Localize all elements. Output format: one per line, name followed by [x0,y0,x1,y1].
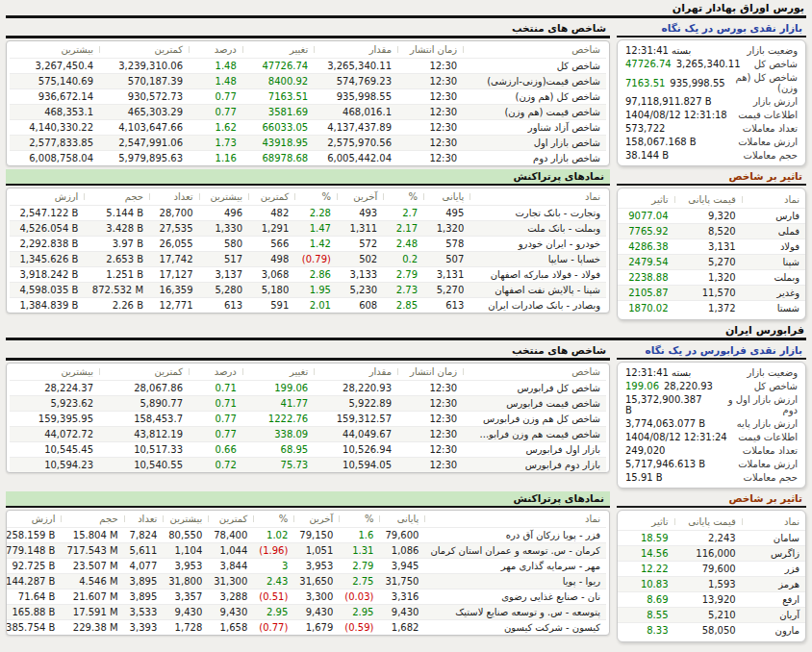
column-header[interactable]: زمان انتشار [397,364,463,381]
value-cell: 5,611 [124,543,164,559]
symbol-cell: وبصادر - بانک صادرات ایران [469,298,606,313]
table-row[interactable]: هرمز1,59310.83 [618,577,805,592]
column-header[interactable]: تعداد [149,188,199,206]
table-row[interactable]: ریوا - پویا31,7502.7531,6502.4331,30031,… [6,574,606,589]
table-row[interactable]: نان - صنایع غذایی رضوی3,316(0.03)3,300(0… [6,589,606,605]
column-header[interactable]: مقدار [314,364,397,381]
column-header[interactable]: درصد [189,364,242,381]
table-row[interactable]: فملی8,5207765.92 [618,224,805,239]
value-cell: 116,000 [674,546,742,562]
table-row[interactable]: وتجارت - بانک تجارت4952.74932.2848249628… [10,206,606,221]
symbol-cell: بازار دوم فرابورس [463,458,606,473]
table-row[interactable]: مهر - سرمایه گذاری مهر3,9452.793,95333,8… [6,559,606,574]
column-header[interactable]: پایانی [379,511,424,528]
table-row[interactable]: شستا1,3721870.02 [618,301,805,316]
column-header[interactable]: % [339,511,379,528]
column-header[interactable]: نماد [742,191,805,209]
column-header[interactable]: % [253,511,293,528]
table-row[interactable]: فولاد3,1314286.38 [618,239,805,255]
column-header[interactable]: آخرین [293,511,339,528]
column-header[interactable]: کمترین [99,364,189,381]
table-row[interactable]: وبملت - بانک ملت1,3202.171,3111.471,2911… [10,221,606,237]
column-header[interactable]: بیشترین [10,364,99,381]
column-header[interactable]: نماد [742,514,805,531]
value-cell: 935,998.55 [314,89,397,105]
info-value: 15,372,900.387 B [625,394,711,415]
value-cell: 10,517.33 [99,442,189,458]
column-header[interactable]: مقدار [314,41,397,59]
header-row: نمادپایانی%آخرین%کمترینبیشترینتعدادحجمار… [6,511,606,528]
table-row[interactable]: شاخص کل12:303,265,340.1147726.741.483,23… [10,59,606,74]
farabourse-active-table-wrap: نمادپایانی%آخرین%کمترینبیشترینتعدادحجمار… [6,510,610,636]
column-header[interactable]: تغییر [242,41,314,59]
table-row[interactable]: شاخص بازار اول12:302,575,970.5643918.951… [10,136,606,151]
table-row[interactable]: پتوسعه - س. و توسعه صنایع لاستیک9,4302.9… [6,605,606,620]
column-header[interactable]: شاخص [463,364,606,381]
table-row[interactable]: فزر - پویا زرکان آق دره79,6001.679,1501.… [6,528,606,543]
column-header[interactable]: بیشترین [10,41,99,59]
column-header[interactable]: حجم [61,511,123,528]
column-header[interactable]: حجم [84,188,149,206]
column-header[interactable]: نماد [469,188,606,206]
value-cell: 2.95 [253,605,293,620]
table-row[interactable]: فولاد - فولاد مبارکه اصفهان3,1312.793,13… [10,267,606,283]
table-row[interactable]: شاخص قیمت(وزنی-ارزشی)12:30574,769.238400… [10,74,606,89]
table-row[interactable]: وبصادر - بانک صادرات ایران6132.856082.01… [10,298,606,313]
column-header[interactable]: کمترین [208,511,253,528]
table-row[interactable]: شاخص قیمت هم وزن فرابو...12:3044,049.673… [10,427,606,442]
table-row[interactable]: بازار اول فرابورس12:3010,526.9468.950.66… [10,442,606,458]
table-row[interactable]: فزر79,60012.22 [618,562,805,577]
column-header[interactable]: تاثیر [618,191,674,209]
table-row[interactable]: وبملت1,3202238.88 [618,270,805,286]
table-row[interactable]: شاخص آزاد شناور12:304,137,437.8966033.05… [10,120,606,136]
table-row[interactable]: شاخص قیمت فرابورس12:305,922.8941.770.715… [10,396,606,412]
column-header[interactable]: قیمت پایانی [674,191,742,209]
column-header[interactable]: پایانی [423,188,469,206]
column-header[interactable]: کمترین [99,41,189,59]
value-cell: 28,220.93 [314,381,397,396]
column-header[interactable]: تاثیر [618,514,674,531]
value-cell: 12:30 [397,89,463,105]
column-header[interactable]: تغییر [242,364,314,381]
table-row[interactable]: زاگرس116,00014.56 [618,546,805,562]
table-row[interactable]: شاخص کل (هم وزن)12:30935,998.557163.510.… [10,89,606,105]
table-row[interactable]: ارفع13,9208.69 [618,592,805,608]
value-cell: 1.47 [294,221,337,237]
table-row[interactable]: شپنا5,2702479.54 [618,255,805,270]
table-row[interactable]: شاخص کل هم وزن فرابورس12:30159,312.57122… [10,412,606,427]
value-cell: 468,353.1 [10,105,99,120]
table-row[interactable]: آریان5,2108.55 [618,608,805,623]
column-header[interactable]: زمان انتشار [397,41,463,59]
value-cell: 0.66 [189,442,242,458]
column-header[interactable]: آخرین [337,188,383,206]
table-row[interactable]: سامان2,24318.59 [618,531,805,546]
value-cell: 5,210 [674,608,742,623]
column-header[interactable]: بیشترین [199,188,249,206]
column-header[interactable]: % [294,188,337,206]
column-header[interactable]: درصد [189,41,242,59]
column-header[interactable]: تعداد [124,511,164,528]
value-cell: 779.148 B [6,543,61,559]
table-row[interactable]: وغدیر11,5702105.87 [618,286,805,301]
table-row[interactable]: مارون58,0508.33 [618,623,805,639]
value-cell: 12:30 [397,427,463,442]
table-row[interactable]: بازار دوم فرابورس12:3010,594.0575.730.72… [10,458,606,473]
table-row[interactable]: شاخص بازار دوم12:306,005,442.0468978.681… [10,151,606,166]
table-row[interactable]: خساپا - سایپا5070.2502(0.79)49851717,742… [10,252,606,267]
value-cell: 2,243 [674,531,742,546]
table-row[interactable]: شاخص کل فرابورس12:3028,220.93199.060.712… [10,381,606,396]
column-header[interactable]: ارزش [6,511,61,528]
table-row[interactable]: شپنا - پالایش نفت اصفهان5,2702.735,2301.… [10,283,606,298]
column-header[interactable]: ارزش [10,188,84,206]
column-header[interactable]: بیشترین [163,511,208,528]
table-row[interactable]: کرمان - س. توسعه و عمران استان کرمان1,08… [6,543,606,559]
table-row[interactable]: فارس9,3209077.04 [618,209,805,224]
column-header[interactable]: % [383,188,423,206]
column-header[interactable]: قیمت پایانی [674,514,742,531]
table-row[interactable]: خودرو - ایران خودرو5782.485721.425665802… [10,237,606,252]
table-row[interactable]: شاخص قیمت (هم وزن)12:30468,016.13581.690… [10,105,606,120]
column-header[interactable]: شاخص [463,41,606,59]
table-row[interactable]: کیسون - شرکت کیسون1,682(0.59)1,679(0.77)… [6,620,606,636]
column-header[interactable]: کمترین [248,188,294,206]
column-header[interactable]: نماد [424,511,606,528]
